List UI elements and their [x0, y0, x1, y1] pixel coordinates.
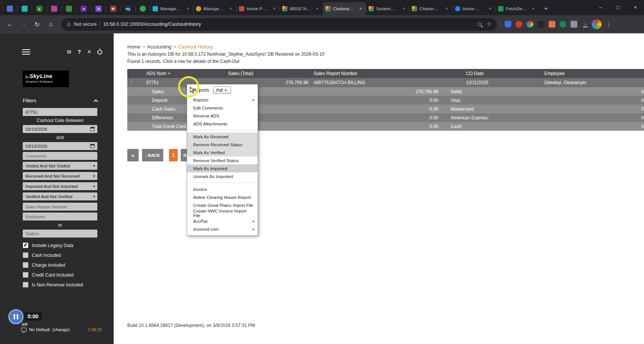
bookmark-star-icon[interactable]: ☆	[487, 21, 492, 28]
pinned-tab-7[interactable]: ◄	[91, 2, 106, 15]
tab-close-icon[interactable]: ×	[401, 6, 406, 12]
calendar-icon[interactable]	[90, 127, 95, 131]
downloads-icon[interactable]: ↓	[582, 21, 589, 28]
back-page-button[interactable]: ‹ BACK	[142, 149, 163, 161]
menu-item-reports[interactable]: Reports▸	[187, 96, 258, 104]
maximize-button[interactable]: □	[609, 0, 627, 15]
menu-item-airline-clearing-house-report[interactable]: Airline Clearing House Report	[187, 193, 258, 201]
extension-green-icon[interactable]	[560, 21, 566, 28]
extension-adblock-icon[interactable]	[516, 21, 522, 28]
header-co-date[interactable]: CO Date	[466, 71, 544, 76]
checkbox-row-cash[interactable]: Cash Included	[23, 252, 97, 258]
checkbox-cash[interactable]	[23, 252, 28, 258]
address-bar[interactable]: ⚠ Not secure 10.58.0.102:10003/Accountin…	[61, 18, 497, 31]
received-filter-select[interactable]: Received And Not Received▾	[23, 172, 97, 180]
checkbox-row-legacy[interactable]: Include Legacy Data	[23, 242, 97, 248]
menu-item-remove-verified-status[interactable]: Remove Verified Status	[187, 156, 258, 164]
imported-filter-select[interactable]: Imported And Not Imported▾	[23, 182, 97, 190]
ads-num-input[interactable]: 97751	[23, 108, 97, 116]
filters-header[interactable]: Filters	[23, 98, 97, 103]
help-icon[interactable]: ?	[78, 49, 81, 55]
pinned-tab-6[interactable]: ◄	[76, 2, 91, 15]
current-page-button[interactable]: 1	[169, 149, 178, 161]
profile-avatar[interactable]	[592, 19, 602, 29]
tab-manage-1[interactable]: Manage… ×	[150, 2, 193, 15]
header-sales-total[interactable]: Sales (Total)	[228, 71, 314, 76]
window-close-button[interactable]: ×	[627, 0, 644, 15]
tab-charter[interactable]: Charter… ×	[409, 2, 452, 15]
first-page-button[interactable]: «	[127, 149, 139, 161]
tab-home-cloud[interactable]: Home -… ×	[452, 2, 496, 15]
menu-item-unmark-as-imported[interactable]: Unmark As Imported	[187, 172, 258, 180]
row-checkbox[interactable]	[131, 80, 132, 86]
sort-icon[interactable]: ▾	[168, 72, 170, 75]
new-tab-button[interactable]: +	[541, 4, 551, 14]
menu-item-edit-comments[interactable]: Edit Comments	[187, 104, 258, 112]
pinned-tab-10[interactable]	[135, 2, 150, 15]
sales-report-number-input[interactable]: Sales Report Number	[23, 203, 97, 211]
checkbox-row-credit-card[interactable]: Credit Card Included	[23, 272, 97, 278]
checkbox-row-non-revenue[interactable]: Is Non-Revenue Included	[23, 282, 97, 288]
tab-system[interactable]: System… ×	[366, 2, 409, 15]
mail-icon[interactable]: ✉	[67, 49, 71, 55]
zoom-icon[interactable]	[478, 22, 481, 26]
pinned-tab-1[interactable]	[2, 2, 17, 15]
menu-item-invoiced-com[interactable]: invoiced.com▸	[187, 225, 258, 233]
back-button[interactable]: ←	[4, 18, 16, 30]
tab-cashout-active[interactable]: Cashout… ×	[323, 2, 366, 15]
breadcrumb-home[interactable]: Home	[127, 44, 141, 50]
not-secure-label[interactable]: Not secure	[74, 22, 97, 27]
extension-dark-icon[interactable]	[538, 21, 544, 28]
station-input[interactable]: Station	[23, 230, 97, 238]
report-format-select[interactable]: Pdf▾	[213, 86, 231, 94]
tab-fetchde[interactable]: FetchDe… ×	[496, 2, 539, 15]
date-to-input[interactable]: 03/10/2026	[23, 142, 97, 150]
menu-item-invoice[interactable]: Invoice	[187, 185, 258, 193]
tab-close-icon[interactable]: ×	[228, 6, 234, 12]
comments-input[interactable]: Comments	[23, 152, 97, 160]
header-sales-report-number[interactable]: Sales Report Number	[314, 71, 466, 76]
extension-orange-icon[interactable]	[549, 21, 555, 28]
extension-shield-icon[interactable]	[505, 21, 511, 28]
checkbox-row-charge[interactable]: Charge Included	[23, 262, 97, 268]
tab-home-p[interactable]: Home P… ×	[236, 2, 280, 15]
forward-button[interactable]: →	[17, 18, 30, 30]
menu-item-ads-attachments[interactable]: ADS Attachments	[187, 120, 258, 128]
date-from-input[interactable]: 02/10/2026	[23, 125, 97, 133]
tab-close-icon[interactable]: ×	[314, 6, 320, 12]
header-employee[interactable]: Employee	[544, 71, 644, 76]
breadcrumb-accounting[interactable]: Accounting	[147, 44, 171, 50]
power-icon[interactable]	[97, 50, 102, 55]
close-icon[interactable]: ×	[88, 48, 91, 55]
menu-item-accpac[interactable]: AccPac▸	[187, 217, 258, 225]
employee-input[interactable]: Employee	[23, 213, 97, 220]
refresh-button[interactable]: ↻	[31, 18, 43, 30]
hamburger-menu-icon[interactable]	[22, 49, 30, 55]
header-ads-num[interactable]: ADS Num▾	[146, 71, 228, 76]
tab-manage-2[interactable]: Manage… ×	[193, 2, 236, 15]
pinned-tab-5[interactable]	[61, 2, 76, 15]
tab-close-icon[interactable]: ×	[271, 6, 277, 12]
menu-item-create-nwc-invoice-import-file[interactable]: Create NWC Invoice Import File	[187, 209, 258, 217]
tab-close-icon[interactable]: ×	[444, 6, 450, 12]
pinned-tab-4[interactable]	[47, 2, 61, 15]
tab-close-icon[interactable]: ×	[358, 6, 363, 12]
tab-close-icon[interactable]: ×	[185, 6, 191, 12]
verified-filter-select[interactable]: Verified And Not Verified▾	[23, 192, 97, 200]
pinned-tab-3[interactable]: ▲	[32, 2, 47, 15]
printer-change-link[interactable]: (change)	[52, 327, 69, 332]
minimize-button[interactable]: –	[592, 0, 609, 15]
pause-button[interactable]	[8, 309, 23, 324]
checkbox-charge[interactable]	[23, 262, 28, 268]
tab-close-icon[interactable]: ×	[530, 6, 536, 12]
menu-item-reverse-ads[interactable]: Reverse ADS	[187, 112, 258, 120]
pinned-tab-2[interactable]	[17, 2, 32, 15]
pinned-tab-9[interactable]: SQ	[120, 2, 135, 15]
checkbox-legacy[interactable]	[23, 242, 28, 248]
menu-item-create-great-plains-import-file[interactable]: Create Great Plains Import File	[187, 201, 258, 209]
extension-color-icon[interactable]	[527, 21, 533, 28]
voided-filter-select[interactable]: Voided And Not Voided▾	[23, 162, 97, 170]
extensions-puzzle-icon[interactable]	[571, 21, 577, 28]
calendar-icon[interactable]	[90, 144, 95, 148]
chrome-menu-kebab-icon[interactable]: ⋮	[605, 21, 613, 28]
